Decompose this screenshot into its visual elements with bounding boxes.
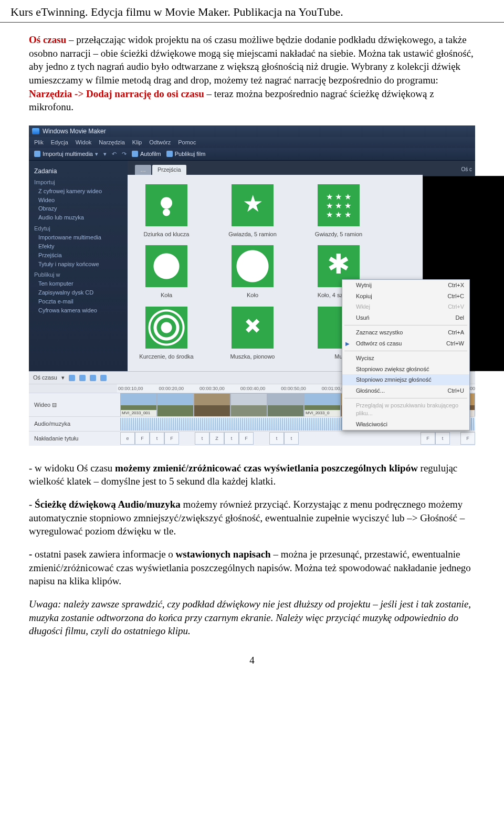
menu-play[interactable]: Odtwórz xyxy=(149,139,171,146)
sidebar-item[interactable]: Przejścia xyxy=(38,251,122,259)
toolbar-autofilm[interactable]: Autofilm xyxy=(132,150,161,158)
transition-item[interactable]: Koło xyxy=(221,245,284,299)
play-icon: ▶ xyxy=(345,340,350,348)
sidebar-item[interactable]: Tytuły i napisy końcowe xyxy=(38,260,122,268)
title-segment[interactable]: t xyxy=(269,432,284,445)
thumb-label: Gwiazda, 5 ramion xyxy=(228,231,277,237)
p4-bold: wstawionych napisach xyxy=(176,549,271,560)
sidebar-item[interactable]: Z cyfrowej kamery wideo xyxy=(38,187,122,195)
title-segment[interactable]: F xyxy=(421,432,435,445)
timeline-corner-label: Oś c xyxy=(461,166,472,172)
window-title: Windows Movie Maker xyxy=(43,127,106,135)
p4-post1: ostatni pasek zawiera informacje o xyxy=(35,549,176,560)
track-title-label: Nakładanie tytułu xyxy=(29,432,120,446)
track-title-overlay: Nakładanie tytułu e F t F t Z t F t xyxy=(29,431,475,446)
menu-help[interactable]: Pomoc xyxy=(178,139,196,146)
dropdown-arrow-icon[interactable]: ▾ xyxy=(95,150,98,158)
video-clip[interactable] xyxy=(230,393,267,416)
sidebar-item[interactable]: Ten komputer xyxy=(38,280,122,288)
video-clip[interactable]: MVI_2033_0 xyxy=(304,393,341,416)
ruler-tick: 00:00:30,00 xyxy=(200,385,225,392)
thumb-label: Dziurka od klucza xyxy=(144,231,190,237)
video-clip[interactable] xyxy=(267,393,304,416)
clip-label: MVI_2033_0 xyxy=(304,410,340,416)
toolbar-publish-label: Publikuj film xyxy=(175,150,206,158)
autofilm-icon xyxy=(132,151,138,157)
toolbar: Importuj multimedia ▾ ▾ ↶ ↷ Autofilm Pub… xyxy=(29,148,475,161)
title-segment[interactable]: e xyxy=(120,432,135,445)
app-body: Zadania Importuj Z cyfrowej kamery wideo… xyxy=(29,161,475,371)
menu-view[interactable]: Widok xyxy=(76,139,92,146)
video-clip[interactable]: MVI_2033_001 xyxy=(120,393,157,416)
rewind-icon[interactable] xyxy=(90,375,96,381)
toolbar-undo-icon[interactable]: ↶ xyxy=(112,150,117,158)
ctx-play-timeline[interactable]: ▶Odtwórz oś czasuCtrl+W xyxy=(342,338,469,349)
chevron-down-icon[interactable]: ▾ xyxy=(61,374,65,382)
ctx-volume[interactable]: Głośność...Ctrl+U xyxy=(342,385,469,396)
menu-tools[interactable]: Narzędzia xyxy=(99,139,125,146)
menu-clip[interactable]: Klip xyxy=(132,139,142,146)
transition-item[interactable]: Kurczenie, do środka xyxy=(135,307,198,361)
sidebar-item[interactable]: Wideo xyxy=(38,196,122,204)
tab-transitions[interactable]: Przejścia xyxy=(152,165,186,175)
title-segment[interactable]: Z xyxy=(209,432,224,445)
transition-item[interactable]: Muszka, pionowo xyxy=(221,307,284,361)
toolbar-redo-icon[interactable]: ↷ xyxy=(122,150,127,158)
toolbar-separator: ▾ xyxy=(103,150,107,158)
para1-text-a: – przełączając widok projektu na oś czas… xyxy=(29,34,474,86)
title-segment[interactable]: F xyxy=(164,432,179,445)
transition-item[interactable]: Gwiazdy, 5 ramion xyxy=(307,184,370,238)
title-segment[interactable]: t xyxy=(195,432,209,445)
circle-icon xyxy=(232,245,274,287)
menu-edit[interactable]: Edycja xyxy=(51,139,68,146)
title-segment[interactable]: t xyxy=(224,432,239,445)
ctx-cut[interactable]: WytnijCtrl+X xyxy=(342,280,469,291)
ctx-fade-in[interactable]: Stopniowo zwiększ głośność xyxy=(342,364,469,375)
play-timeline-icon[interactable] xyxy=(100,375,107,381)
transition-item[interactable]: Dziurka od klucza xyxy=(135,184,198,238)
title-segment[interactable]: t xyxy=(150,432,164,445)
video-clip[interactable] xyxy=(157,393,194,416)
paragraph-3: - Ścieżkę dźwiękową Audio/muzyka możemy … xyxy=(29,498,475,538)
sidebar-item[interactable]: Zapisywalny dysk CD xyxy=(38,289,122,297)
ctx-paste: WklejCtrl+V xyxy=(342,301,469,312)
thumb-label: Koła xyxy=(161,292,172,298)
page-number: 4 xyxy=(29,654,475,667)
ctx-fade-out[interactable]: Stopniowo zmniejsz głośność xyxy=(342,374,469,385)
para1-lead: Oś czasu xyxy=(29,34,66,45)
transition-item[interactable]: Gwiazda, 5 ramion xyxy=(221,184,284,238)
title-segment[interactable]: F xyxy=(460,432,475,445)
import-icon xyxy=(34,151,40,157)
page-header: Kurs eTwinning. Edycja filmu w Movie Mak… xyxy=(0,0,504,23)
sidebar-group-import: Importuj xyxy=(34,178,122,186)
sidebar-item[interactable]: Obrazy xyxy=(38,205,122,213)
toolbar-publish[interactable]: Publikuj film xyxy=(166,150,206,158)
sidebar-item[interactable]: Efekty xyxy=(38,243,122,250)
sidebar-item[interactable]: Importowane multimedia xyxy=(38,234,122,241)
track-title-content[interactable]: e F t F t Z t F t t F t F xyxy=(120,432,475,445)
sidebar-item[interactable]: Audio lub muzyka xyxy=(38,214,122,222)
title-segment[interactable]: t xyxy=(284,432,299,445)
title-segment[interactable]: t xyxy=(435,432,450,445)
toolbar-import-media[interactable]: Importuj multimedia ▾ xyxy=(34,150,98,158)
paragraph-5-note: Uwaga: należy zawsze sprawdzić, czy podk… xyxy=(29,597,475,638)
ctx-mute[interactable]: Wycisz xyxy=(342,353,469,364)
menu-file[interactable]: Plik xyxy=(34,139,44,146)
sidebar-item[interactable]: Poczta e-mail xyxy=(38,298,122,306)
title-segment[interactable]: F xyxy=(239,432,254,445)
zoom-in-icon[interactable] xyxy=(79,375,86,381)
menubar: Plik Edycja Widok Narzędzia Klip Odtwórz… xyxy=(29,137,475,148)
ctx-properties[interactable]: Właściwości xyxy=(342,419,469,430)
ruler-tick: 00:00:50,00 xyxy=(281,385,306,392)
transition-item[interactable]: Koła xyxy=(135,245,198,299)
p3-bold: Ścieżkę dźwiękową Audio/muzyka xyxy=(35,499,181,510)
ctx-delete[interactable]: UsuńDel xyxy=(342,312,469,323)
ctx-select-all[interactable]: Zaznacz wszystkoCtrl+A xyxy=(342,327,469,338)
ctx-copy[interactable]: KopiujCtrl+C xyxy=(342,291,469,302)
tab-inactive[interactable]: … xyxy=(135,165,151,175)
title-segment[interactable]: F xyxy=(135,432,150,445)
video-clip[interactable] xyxy=(194,393,230,416)
zoom-out-icon[interactable] xyxy=(69,375,75,381)
sidebar-item[interactable]: Cyfrowa kamera wideo xyxy=(38,307,122,314)
ctx-browse-missing: Przeglądaj w poszukiwaniu brakującego pl… xyxy=(342,400,469,419)
